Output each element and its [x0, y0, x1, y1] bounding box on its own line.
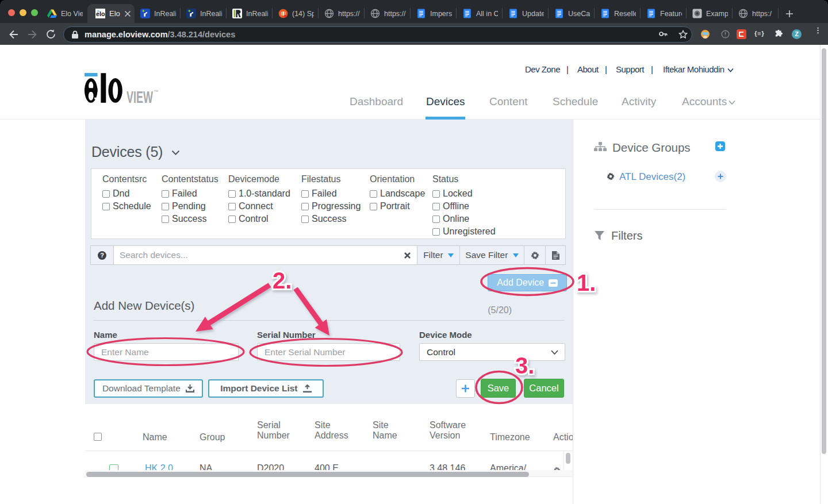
svg-text:elo: elo	[96, 10, 105, 17]
svg-text:™: ™	[154, 89, 158, 94]
